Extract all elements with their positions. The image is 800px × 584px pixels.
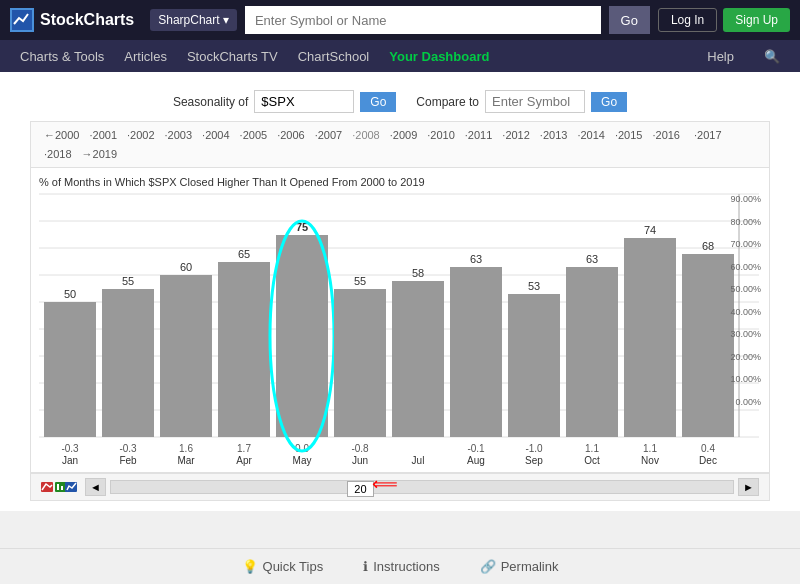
scroll-right-button[interactable]: ► xyxy=(738,478,759,496)
y-label-80: 80.00% xyxy=(706,217,761,227)
year-tag-2013[interactable]: ·2013 xyxy=(537,128,571,143)
nav-stockcharts-tv[interactable]: StockCharts TV xyxy=(177,43,288,70)
footer: 💡 Quick Tips ℹ Instructions 🔗 Permalink xyxy=(0,548,800,584)
svg-rect-49 xyxy=(61,486,63,490)
svg-text:Oct: Oct xyxy=(584,455,600,466)
logo: StockCharts xyxy=(10,8,134,32)
year-tag-2018[interactable]: ·2018 xyxy=(41,147,75,161)
svg-text:Jun: Jun xyxy=(352,455,368,466)
svg-text:Jul: Jul xyxy=(412,455,425,466)
svg-text:-0.8: -0.8 xyxy=(351,443,369,454)
year-tag-2014[interactable]: ·2014 xyxy=(574,128,608,143)
bar-oct xyxy=(566,267,618,437)
year-tag-2000[interactable]: ←2000 xyxy=(41,128,82,143)
svg-text:1.6: 1.6 xyxy=(179,443,193,454)
svg-text:55: 55 xyxy=(354,275,366,287)
svg-text:60: 60 xyxy=(180,261,192,273)
chart-container: % of Months in Which $SPX Closed Higher … xyxy=(30,168,770,473)
main-content: Seasonality of Go Compare to Go ←2000 ·2… xyxy=(0,72,800,511)
seasonality-go-button[interactable]: Go xyxy=(360,92,396,112)
scroll-icons xyxy=(41,480,81,494)
auth-buttons: Log In Sign Up xyxy=(658,8,790,32)
login-button[interactable]: Log In xyxy=(658,8,717,32)
signup-button[interactable]: Sign Up xyxy=(723,8,790,32)
red-arrow-icon: ⟸ xyxy=(372,473,398,495)
bar-nov xyxy=(624,238,676,437)
bar-apr xyxy=(218,262,270,437)
bar-feb xyxy=(102,289,154,437)
bar-jan xyxy=(44,302,96,437)
nav-articles[interactable]: Articles xyxy=(114,43,177,70)
compare-label: Compare to xyxy=(416,95,479,109)
svg-text:-0.1: -0.1 xyxy=(467,443,485,454)
nav-chartschool[interactable]: ChartSchool xyxy=(288,43,380,70)
bar-jan-value: 50 xyxy=(64,288,76,300)
svg-text:Mar: Mar xyxy=(177,455,195,466)
year-tag-2003[interactable]: ·2003 xyxy=(162,128,196,143)
svg-rect-46 xyxy=(41,482,53,492)
svg-text:53: 53 xyxy=(528,280,540,292)
nav-search-icon[interactable]: 🔍 xyxy=(754,43,790,70)
svg-text:63: 63 xyxy=(586,253,598,265)
compare-to-group: Compare to Go xyxy=(416,90,627,113)
seasonality-symbol-input[interactable] xyxy=(254,90,354,113)
year-tag-2019[interactable]: →2019 xyxy=(79,147,120,161)
instructions-label: Instructions xyxy=(373,559,439,574)
year-tag-2016[interactable]: ·2016 xyxy=(649,128,683,143)
chart-type-dropdown[interactable]: SharpChart ▾ xyxy=(150,9,237,31)
scroll-chart-icons xyxy=(41,480,81,494)
svg-text:Nov: Nov xyxy=(641,455,659,466)
year-tag-2005[interactable]: ·2005 xyxy=(237,128,271,143)
year-tag-2001[interactable]: ·2001 xyxy=(86,128,120,143)
svg-text:Aug: Aug xyxy=(467,455,485,466)
year-tag-2010[interactable]: ·2010 xyxy=(424,128,458,143)
svg-text:Apr: Apr xyxy=(236,455,252,466)
logo-text: StockCharts xyxy=(40,11,134,29)
svg-text:1.7: 1.7 xyxy=(237,443,251,454)
scroll-left-button[interactable]: ◄ xyxy=(85,478,106,496)
svg-text:63: 63 xyxy=(470,253,482,265)
year-tag-2007[interactable]: ·2007 xyxy=(312,128,346,143)
nav-charts-tools[interactable]: Charts & Tools xyxy=(10,43,114,70)
bar-mar xyxy=(160,275,212,437)
svg-text:-0.3: -0.3 xyxy=(61,443,79,454)
y-label-50: 50.00% xyxy=(706,284,761,294)
y-label-30: 30.00% xyxy=(706,329,761,339)
quick-tips-label: Quick Tips xyxy=(263,559,324,574)
year-tag-2006[interactable]: ·2006 xyxy=(274,128,308,143)
logo-icon xyxy=(10,8,34,32)
quick-tips-icon: 💡 xyxy=(242,559,258,574)
symbol-search-input[interactable] xyxy=(245,6,601,34)
scroll-track[interactable]: 20 ⟸ xyxy=(110,480,734,494)
year-tag-2012[interactable]: ·2012 xyxy=(499,128,533,143)
chart-title: % of Months in Which $SPX Closed Higher … xyxy=(39,176,761,188)
quick-tips-link[interactable]: 💡 Quick Tips xyxy=(242,559,324,574)
year-tag-2015[interactable]: ·2015 xyxy=(612,128,646,143)
bar-chart-svg: 50 -0.3 Jan 55 -0.3 Feb 60 1.6 Mar 65 1.… xyxy=(39,194,759,464)
year-tag-2017[interactable]: ·2017 xyxy=(691,128,725,143)
year-tag-2008[interactable]: ·2008 xyxy=(349,128,383,143)
instructions-link[interactable]: ℹ Instructions xyxy=(363,559,439,574)
search-go-button[interactable]: Go xyxy=(609,6,650,34)
compare-go-button[interactable]: Go xyxy=(591,92,627,112)
year-tag-2002[interactable]: ·2002 xyxy=(124,128,158,143)
nav-your-dashboard[interactable]: Your Dashboard xyxy=(379,43,499,70)
nav-help[interactable]: Help xyxy=(697,43,744,70)
y-label-90: 90.00% xyxy=(706,194,761,204)
y-label-60: 60.00% xyxy=(706,262,761,272)
y-label-0: 0.00% xyxy=(706,397,761,407)
nav-menu: Charts & Tools Articles StockCharts TV C… xyxy=(0,40,800,72)
svg-text:Jan: Jan xyxy=(62,455,78,466)
year-tag-2009[interactable]: ·2009 xyxy=(387,128,421,143)
y-label-70: 70.00% xyxy=(706,239,761,249)
svg-text:1.1: 1.1 xyxy=(585,443,599,454)
y-label-10: 10.00% xyxy=(706,374,761,384)
permalink-link[interactable]: 🔗 Permalink xyxy=(480,559,559,574)
scrollbar-area: ◄ 20 ⟸ ► xyxy=(30,473,770,501)
svg-text:May: May xyxy=(293,455,312,466)
year-tag-2004[interactable]: ·2004 xyxy=(199,128,233,143)
seasonality-label: Seasonality of xyxy=(173,95,248,109)
y-axis: 90.00% 80.00% 70.00% 60.00% 50.00% 40.00… xyxy=(706,194,761,437)
year-tag-2011[interactable]: ·2011 xyxy=(462,128,496,143)
compare-symbol-input[interactable] xyxy=(485,90,585,113)
